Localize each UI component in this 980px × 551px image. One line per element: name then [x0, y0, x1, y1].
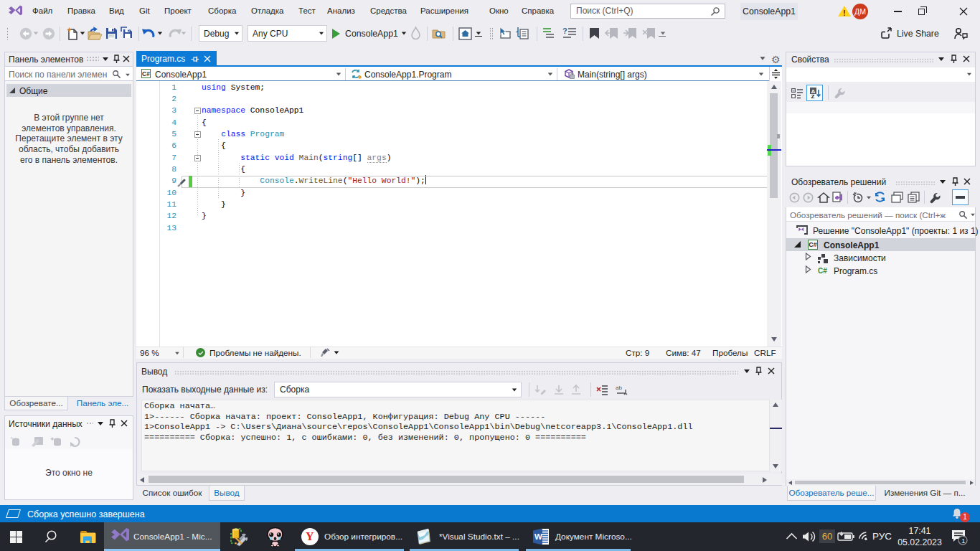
- svg-text:1: 1: [961, 537, 965, 545]
- svg-text:Z: Z: [811, 93, 814, 100]
- svg-text:+: +: [10, 435, 14, 441]
- svg-text:+: +: [792, 88, 795, 93]
- svg-text:ab: ab: [616, 385, 622, 391]
- svg-text:✦: ✦: [50, 435, 55, 443]
- svg-text:?: ?: [562, 27, 567, 35]
- svg-text:W: W: [534, 532, 542, 541]
